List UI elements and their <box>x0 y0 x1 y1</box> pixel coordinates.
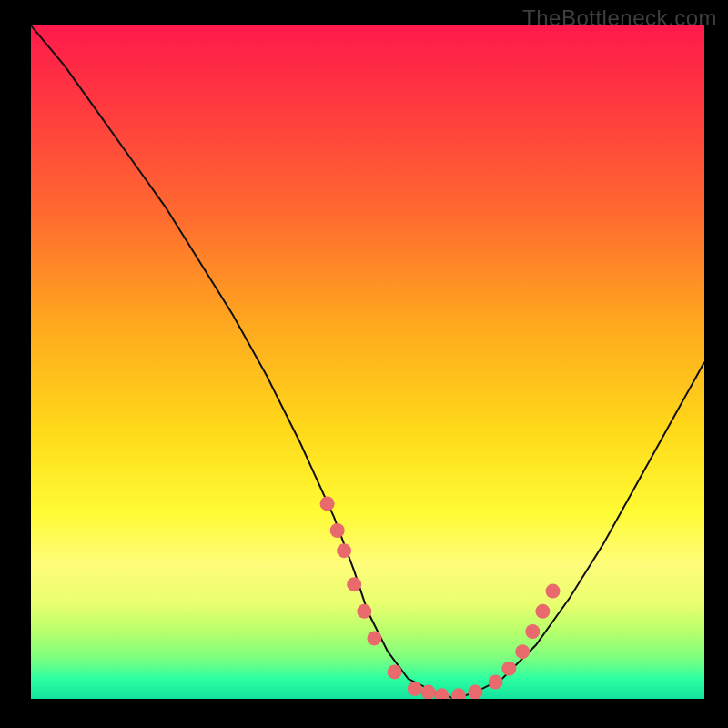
marker-dot <box>434 688 449 699</box>
marker-dot <box>489 675 503 690</box>
marker-dot <box>357 604 371 619</box>
marker-dot <box>388 664 402 679</box>
plot-area <box>31 25 704 699</box>
marker-dot <box>501 662 516 676</box>
marker-dot <box>337 543 351 558</box>
marker-dot <box>525 624 540 639</box>
marker-group <box>320 496 561 699</box>
marker-dot <box>535 604 550 619</box>
marker-dot <box>451 688 466 699</box>
marker-dot <box>320 496 335 511</box>
marker-dot <box>546 584 561 599</box>
curve-path <box>31 25 704 699</box>
marker-dot <box>468 685 482 699</box>
marker-dot <box>421 685 436 699</box>
chart-frame: TheBottleneck.com <box>0 0 728 728</box>
marker-dot <box>408 682 422 696</box>
marker-dot <box>515 644 530 659</box>
marker-dot <box>367 631 381 645</box>
marker-dot <box>330 523 345 538</box>
watermark-text: TheBottleneck.com <box>522 5 717 31</box>
chart-svg <box>31 25 704 699</box>
marker-dot <box>347 577 361 592</box>
